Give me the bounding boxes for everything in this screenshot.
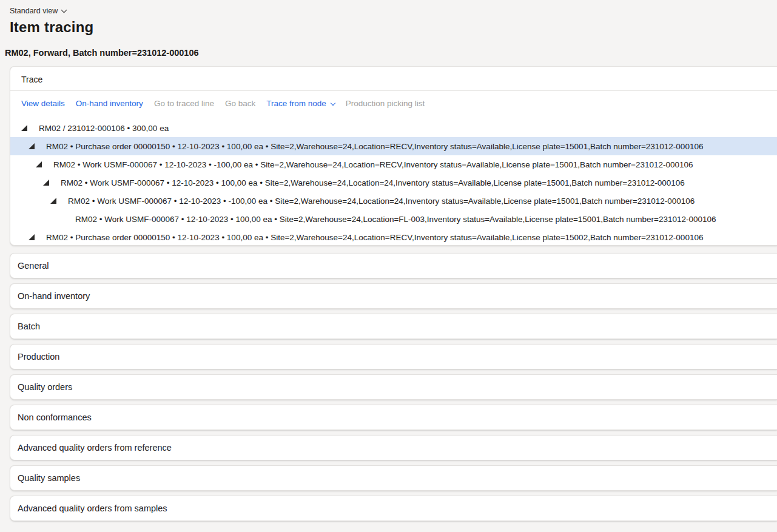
section-header-general[interactable]: General — [10, 253, 777, 278]
section-header-label: Advanced quality orders from samples — [18, 503, 167, 513]
trace-panel: Trace View details On-hand inventory Go … — [10, 66, 777, 246]
toolbar-link-label: View details — [21, 99, 65, 108]
tree-node-label: RM02 • Work USMF-000067 • 12-10-2023 • 1… — [61, 178, 685, 187]
page-subtitle: RM02, Forward, Batch number=231012-00010… — [5, 48, 777, 58]
section-header-advanced-quality-orders-from-reference[interactable]: Advanced quality orders from reference — [10, 435, 777, 460]
toolbar-link-label: On-hand inventory — [76, 99, 143, 108]
trace-tree: RM02 / 231012-000106 • 300,00 ea RM02 • … — [10, 119, 777, 246]
toolbar-link-label: Production picking list — [346, 99, 425, 108]
toolbar-link-on-hand-inventory[interactable]: On-hand inventory — [76, 99, 143, 108]
tree-node[interactable]: RM02 • Purchase order 00000150 • 12-10-2… — [10, 137, 777, 155]
toolbar-link-view-details[interactable]: View details — [21, 99, 65, 108]
chevron-down-icon — [61, 7, 67, 13]
tree-node[interactable]: RM02 • Work USMF-000067 • 12-10-2023 • -… — [10, 192, 777, 210]
section-header-label: Non conformances — [18, 412, 92, 422]
tree-node-label: RM02 • Work USMF-000067 • 12-10-2023 • -… — [53, 160, 693, 169]
expand-caret-icon[interactable] — [29, 234, 35, 240]
section-header-advanced-quality-orders-from-samples[interactable]: Advanced quality orders from samples — [10, 496, 777, 521]
section-header-label: Quality orders — [18, 382, 72, 392]
toolbar-link-production-picking-list: Production picking list — [346, 99, 425, 108]
tree-node-label: RM02 • Purchase order 00000150 • 12-10-2… — [46, 233, 703, 242]
trace-panel-title: Trace — [10, 67, 777, 91]
expand-caret-icon[interactable] — [36, 161, 42, 167]
tree-node-label: RM02 • Purchase order 00000150 • 12-10-2… — [46, 142, 703, 151]
page-title: Item tracing — [10, 19, 777, 36]
section-header-quality-samples[interactable]: Quality samples — [10, 465, 777, 491]
toolbar-link-go-back: Go back — [225, 99, 255, 108]
view-selector-label: Standard view — [10, 7, 58, 15]
section-header-quality-orders[interactable]: Quality orders — [10, 374, 777, 400]
tree-node-label: RM02 • Work USMF-000067 • 12-10-2023 • -… — [68, 197, 695, 206]
expand-caret-icon[interactable] — [29, 143, 35, 149]
toolbar-link-label: Go back — [225, 99, 255, 108]
tree-node[interactable]: RM02 • Work USMF-000067 • 12-10-2023 • 1… — [10, 210, 777, 228]
section-header-label: Quality samples — [18, 473, 80, 483]
tree-node[interactable]: RM02 • Work USMF-000067 • 12-10-2023 • -… — [10, 155, 777, 173]
expand-caret-icon[interactable] — [43, 180, 49, 186]
item-tracing-page: Standard view Item tracing RM02, Forward… — [0, 0, 777, 521]
trace-toolbar: View details On-hand inventory Go to tra… — [10, 91, 777, 115]
page-header: Standard view Item tracing RM02, Forward… — [0, 0, 777, 58]
toolbar-link-trace-from-node[interactable]: Trace from node — [266, 99, 335, 108]
collapsed-sections: General On-hand inventory Batch Producti… — [0, 253, 777, 521]
toolbar-link-label: Trace from node — [266, 99, 326, 108]
tree-node[interactable]: RM02 • Purchase order 00000150 • 12-10-2… — [10, 228, 777, 246]
section-header-non-conformances[interactable]: Non conformances — [10, 405, 777, 430]
tree-node[interactable]: RM02 / 231012-000106 • 300,00 ea — [10, 119, 777, 137]
view-selector-button[interactable]: Standard view — [10, 5, 66, 16]
expand-caret-icon[interactable] — [50, 198, 56, 204]
tree-node[interactable]: RM02 • Work USMF-000067 • 12-10-2023 • 1… — [10, 173, 777, 192]
toolbar-link-go-to-traced-line: Go to traced line — [154, 99, 214, 108]
expand-caret-icon[interactable] — [21, 125, 27, 131]
section-header-label: On-hand inventory — [18, 291, 90, 301]
tree-node-label: RM02 / 231012-000106 • 300,00 ea — [39, 124, 169, 133]
section-header-label: General — [18, 261, 49, 271]
section-header-batch[interactable]: Batch — [10, 314, 777, 339]
section-header-label: Batch — [18, 322, 40, 331]
section-header-label: Advanced quality orders from reference — [18, 443, 172, 453]
tree-node-label: RM02 • Work USMF-000067 • 12-10-2023 • 1… — [75, 215, 716, 224]
toolbar-link-label: Go to traced line — [154, 99, 214, 108]
section-header-on-hand-inventory[interactable]: On-hand inventory — [10, 283, 777, 309]
chevron-down-icon — [331, 100, 335, 105]
section-header-production[interactable]: Production — [10, 344, 777, 369]
section-header-label: Production — [18, 352, 59, 362]
